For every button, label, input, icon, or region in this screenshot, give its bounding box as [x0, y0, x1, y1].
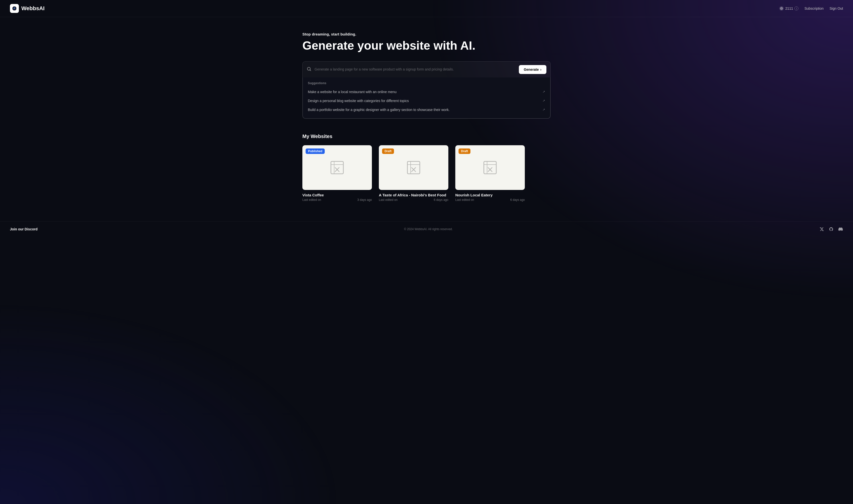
last-edited-label-0: Last edited on — [302, 198, 321, 202]
discord-link[interactable]: Join our Discord — [10, 227, 37, 231]
website-thumbnail-1: Draft — [379, 145, 448, 190]
social-links — [819, 227, 843, 232]
site-header: WebbsAI 2111 i Subscription Sign Out — [0, 0, 853, 17]
last-edited-label-1: Last edited on — [379, 198, 397, 202]
suggestions-label: Suggestions — [303, 82, 550, 87]
generate-container: Generate › Suggestions Make a website fo… — [302, 61, 551, 119]
thumbnail-icon-2 — [483, 160, 497, 175]
website-name-2: Nourish Local Eatery — [455, 193, 525, 197]
header-right: 2111 i Subscription Sign Out — [779, 6, 843, 11]
suggestion-text-2: Design a personal blog website with cate… — [308, 99, 409, 103]
credits-coin-icon — [779, 6, 784, 11]
logo-area: WebbsAI — [10, 4, 45, 13]
my-websites-section: My Websites Published Vista Coffee Last … — [302, 133, 551, 202]
twitter-icon[interactable] — [819, 227, 824, 232]
svg-rect-9 — [484, 161, 496, 174]
last-edited-time-2: 6 days ago — [510, 198, 525, 202]
generate-input-row: Generate › — [303, 61, 550, 77]
generate-arrow-icon: › — [540, 68, 541, 72]
status-badge-0: Published — [306, 148, 325, 154]
status-badge-2: Draft — [458, 148, 470, 154]
svg-point-0 — [14, 7, 15, 8]
subscription-link[interactable]: Subscription — [804, 6, 823, 11]
signout-link[interactable]: Sign Out — [830, 6, 843, 11]
svg-rect-3 — [331, 161, 343, 174]
discord-footer-icon[interactable] — [838, 227, 843, 232]
website-card-0[interactable]: Published Vista Coffee Last edited on 3 … — [302, 145, 372, 202]
main-content: Stop dreaming, start building. Generate … — [297, 17, 556, 212]
status-badge-1: Draft — [382, 148, 394, 154]
suggestion-text-1: Make a website for a local restaurant wi… — [308, 90, 397, 94]
suggestion-text-3: Build a portfolio website for a graphic … — [308, 108, 450, 112]
suggestion-arrow-2: ↗ — [542, 99, 545, 103]
website-meta-1: Last edited on 6 days ago — [379, 198, 448, 202]
suggestions-dropdown: Suggestions Make a website for a local r… — [303, 77, 550, 119]
suggestion-item-2[interactable]: Design a personal blog website with cate… — [303, 96, 550, 105]
hero-title: Generate your website with AI. — [302, 39, 551, 52]
website-name-1: A Taste of Africa - Nairobi's Best Food — [379, 193, 448, 197]
thumbnail-icon-1 — [406, 160, 421, 175]
site-footer: Join our Discord © 2024 WebbsAI. All rig… — [0, 221, 853, 237]
logo-icon — [10, 4, 19, 13]
svg-point-1 — [780, 7, 783, 10]
last-edited-time-0: 3 days ago — [357, 198, 372, 202]
copyright-text: © 2024 WebbsAI. All rights reserved. — [404, 228, 453, 231]
github-icon[interactable] — [829, 227, 834, 232]
hero-subtitle: Stop dreaming, start building. — [302, 32, 551, 36]
svg-rect-6 — [407, 161, 420, 174]
my-websites-title: My Websites — [302, 133, 551, 139]
generate-input[interactable] — [314, 67, 516, 72]
website-card-1[interactable]: Draft A Taste of Africa - Nairobi's Best… — [379, 145, 448, 202]
website-card-2[interactable]: Draft Nourish Local Eatery Last edited o… — [455, 145, 525, 202]
last-edited-label-2: Last edited on — [455, 198, 474, 202]
logo-text: WebbsAI — [21, 5, 45, 12]
website-thumbnail-0: Published — [302, 145, 372, 190]
websites-grid: Published Vista Coffee Last edited on 3 … — [302, 145, 551, 202]
info-icon[interactable]: i — [794, 6, 798, 11]
suggestion-item-1[interactable]: Make a website for a local restaurant wi… — [303, 87, 550, 96]
generate-button[interactable]: Generate › — [519, 65, 546, 74]
website-meta-0: Last edited on 3 days ago — [302, 198, 372, 202]
credits-area: 2111 i — [779, 6, 798, 11]
thumbnail-icon-0 — [330, 160, 345, 175]
website-name-0: Vista Coffee — [302, 193, 372, 197]
last-edited-time-1: 6 days ago — [434, 198, 448, 202]
credits-count: 2111 — [785, 6, 793, 11]
suggestion-arrow-1: ↗ — [542, 90, 545, 94]
suggestion-item-3[interactable]: Build a portfolio website for a graphic … — [303, 105, 550, 114]
website-thumbnail-2: Draft — [455, 145, 525, 190]
suggestion-arrow-3: ↗ — [542, 108, 545, 111]
search-icon — [307, 67, 312, 72]
website-meta-2: Last edited on 6 days ago — [455, 198, 525, 202]
